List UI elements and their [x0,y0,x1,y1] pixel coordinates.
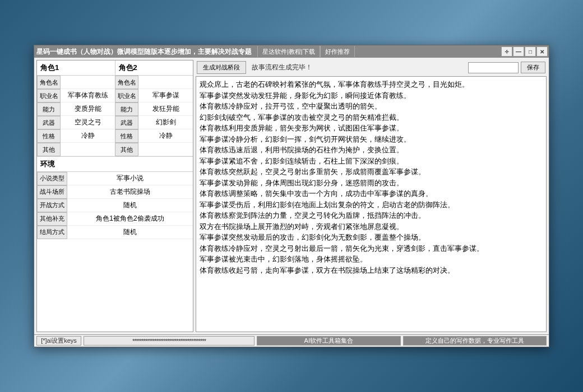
status-text: 故事流程生成完毕！ [248,63,466,72]
attr-label-1-r2[interactable]: 职业名 [115,89,138,102]
attr-value-2-r2[interactable]: 发狂异能 [138,102,193,116]
env-value-1[interactable]: 古老书院操场 [67,185,193,199]
role2-header: 角色2 [115,60,193,75]
generate-button[interactable]: 生成对战桥段 [197,61,246,74]
save-input[interactable] [468,62,519,73]
attr-label-0-r1[interactable]: 角色名 [37,76,61,89]
content-area: 角色1 角色2 角色名角色名职业名军事体育教练职业名军事参谋能力变质异能能力发狂… [34,58,549,334]
attr-label-2-r1[interactable]: 能力 [37,102,61,116]
attr-value-5-r2[interactable] [138,143,193,156]
minimize-button[interactable]: — [513,46,524,57]
attributes-grid: 角色名角色名职业名军事体育教练职业名军事参谋能力变质异能能力发狂异能武器空灵之弓… [37,76,193,156]
window-controls: ✧ — □ ✕ [501,46,548,57]
env-label-2[interactable]: 开战方式 [37,199,67,212]
env-value-3[interactable]: 角色1被角色2偷袭成功 [67,212,193,226]
env-value-0[interactable]: 军事小说 [67,172,193,185]
title-link-recommend[interactable]: 好作推荐 [320,46,355,57]
attr-label-2-r2[interactable]: 能力 [115,102,138,116]
title-link-software[interactable]: 星达软件|教程|下载 [257,46,320,57]
attr-value-0-r1[interactable] [61,76,115,89]
window-title: 星码一键成书（人物对战）微调模型随版本逐步增加，主要解决对战专题 [36,47,252,57]
title-links: 星达软件|教程|下载 好作推荐 [257,46,355,57]
maximize-button[interactable]: □ [525,46,536,57]
right-toolbar: 生成对战桥段 故事流程生成完毕！ 保存 [196,60,547,75]
title-bar: 星码一键成书（人物对战）微调模型随版本逐步增加，主要解决对战专题 星达软件|教程… [34,45,549,58]
custom-data-button[interactable]: 定义自己的写作数据，专业写作工具 [403,336,547,346]
env-label-4[interactable]: 结局方式 [37,226,67,239]
right-panel: 生成对战桥段 故事流程生成完毕！ 保存 观众席上，古老的石碑映衬着紧张的气氛，军… [196,60,547,332]
env-label-0[interactable]: 小说类型 [37,172,67,185]
ai-toolbox-button[interactable]: AI软件工具箱集合 [257,336,401,346]
attr-value-1-r1[interactable]: 军事体育教练 [61,89,115,102]
env-value-4[interactable]: 随机 [67,226,193,239]
attr-value-1-r2[interactable]: 军事参谋 [138,89,193,102]
close-button[interactable]: ✕ [536,46,548,57]
save-button[interactable]: 保存 [521,62,545,73]
attr-label-3-r2[interactable]: 武器 [115,116,138,129]
attr-value-5-r1[interactable] [61,143,115,156]
app-window: 星码一键成书（人物对战）微调模型随版本逐步增加，主要解决对战专题 星达软件|教程… [34,45,549,347]
attr-value-4-r2[interactable]: 冷静 [138,129,193,143]
attr-label-4-r1[interactable]: 性格 [37,129,61,143]
attr-value-0-r2[interactable] [138,76,193,89]
pin-button[interactable]: ✧ [501,46,512,57]
attr-value-2-r1[interactable]: 变质异能 [61,102,115,116]
footer-bar: [*]ai设置keys ****************************… [34,334,549,347]
attr-label-4-r2[interactable]: 性格 [115,129,138,143]
ai-settings-button[interactable]: [*]ai设置keys [36,336,81,346]
attr-label-0-r2[interactable]: 角色名 [115,76,138,89]
env-value-2[interactable]: 随机 [67,199,193,212]
left-panel: 角色1 角色2 角色名角色名职业名军事体育教练职业名军事参谋能力变质异能能力发狂… [36,60,193,332]
attr-value-3-r2[interactable]: 幻影剑 [138,116,193,129]
attr-label-5-r2[interactable]: 其他 [115,143,138,156]
attr-label-3-r1[interactable]: 武器 [37,116,61,129]
attr-label-1-r1[interactable]: 职业名 [37,89,61,102]
env-label-1[interactable]: 战斗场所 [37,185,67,199]
footer-masked[interactable]: **************************************** [84,336,255,346]
attr-value-4-r1[interactable]: 冷静 [61,129,115,143]
attr-label-5-r1[interactable]: 其他 [37,143,61,156]
env-label-3[interactable]: 其他补充 [37,212,67,226]
env-header: 环境 [37,156,193,172]
role1-header: 角色1 [37,60,115,75]
story-textarea[interactable]: 观众席上，古老的石碑映衬着紧张的气氛，军事体育教练手持空灵之弓，目光如炬。 军事… [196,76,547,332]
save-area: 保存 [468,62,545,73]
attr-value-3-r1[interactable]: 空灵之弓 [61,116,115,129]
role-headers: 角色1 角色2 [37,60,193,76]
env-grid: 小说类型军事小说战斗场所古老书院操场开战方式随机其他补充角色1被角色2偷袭成功结… [37,172,193,239]
